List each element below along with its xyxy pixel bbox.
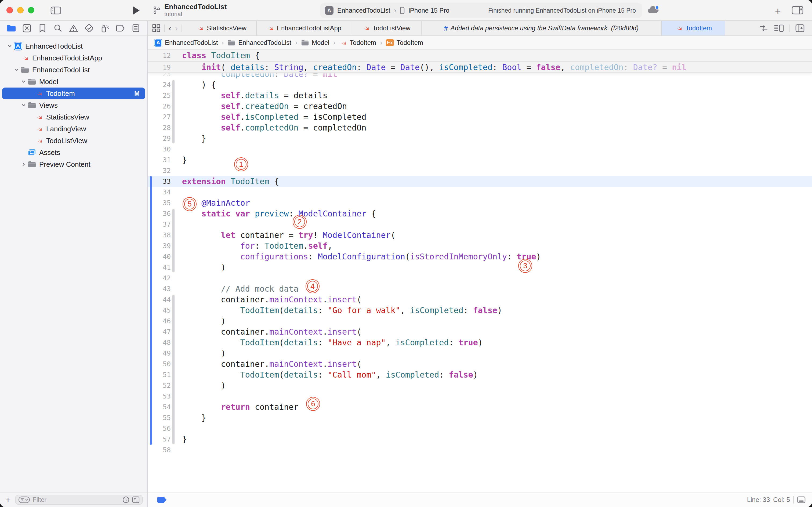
- add-editor-icon[interactable]: [795, 24, 805, 32]
- adjust-editor-options-icon[interactable]: [774, 24, 784, 32]
- line-number[interactable]: 28: [148, 122, 171, 133]
- run-button[interactable]: [133, 6, 139, 14]
- sidebar-item-landingview[interactable]: LandingView: [0, 123, 147, 135]
- code-line-38[interactable]: 38 let container = try! ModelContainer(: [148, 230, 812, 241]
- code-line-51[interactable]: 51 TodoItem(details: "Call mom", isCompl…: [148, 370, 812, 380]
- code-line-33[interactable]: 33extension TodoItem {: [148, 176, 812, 187]
- go-forward-icon[interactable]: ›: [175, 24, 178, 32]
- source-control-navigator-icon[interactable]: [20, 23, 33, 34]
- line-number[interactable]: 58: [148, 445, 171, 455]
- disclosure-chevron-icon[interactable]: [20, 103, 27, 108]
- code-line-48[interactable]: 48 TodoItem(details: "Have a nap", isCom…: [148, 337, 812, 348]
- line-number[interactable]: 24: [148, 79, 171, 90]
- sidebar-item-enhancedtodolistapp[interactable]: EnhancedTodoListApp: [0, 52, 147, 64]
- code-review-icon[interactable]: [759, 24, 768, 32]
- recent-files-clock-icon[interactable]: [122, 496, 129, 503]
- toggle-sidebar-icon[interactable]: [51, 6, 61, 14]
- code-line-35[interactable]: 35 @MainActor: [148, 198, 812, 208]
- code-line-45[interactable]: 45 TodoItem(details: "Go for a walk", is…: [148, 305, 812, 316]
- disclosure-chevron-icon[interactable]: [6, 44, 13, 49]
- tab-enhancedtodolistapp[interactable]: EnhancedTodoListApp: [257, 21, 351, 36]
- line-number[interactable]: 12: [148, 50, 171, 61]
- line-number[interactable]: 27: [148, 112, 171, 122]
- code-line-29[interactable]: 29 }: [148, 133, 812, 144]
- code-line-57[interactable]: 57}: [148, 434, 812, 445]
- bookmarks-navigator-icon[interactable]: [36, 23, 49, 34]
- code-line-25[interactable]: 25 self.details = details: [148, 90, 812, 101]
- sidebar-item-model[interactable]: Model: [0, 76, 147, 88]
- code-line-43[interactable]: 43 // Add mock data: [148, 284, 812, 294]
- zoom-window-button[interactable]: [28, 7, 35, 13]
- run-destination[interactable]: iPhone 15 Pro: [408, 7, 449, 14]
- code-line-39[interactable]: 39 for: TodoItem.self,: [148, 241, 812, 251]
- code-line-52[interactable]: 52 ): [148, 380, 812, 391]
- disclosure-chevron-icon[interactable]: [13, 67, 20, 72]
- sidebar-item-enhancedtodolist[interactable]: EnhancedTodoList: [0, 40, 147, 52]
- breadcrumb-item[interactable]: ExTodoItem: [386, 39, 423, 47]
- code-line-28[interactable]: 28 self.completedOn = completedOn: [148, 122, 812, 133]
- close-window-button[interactable]: [6, 7, 13, 13]
- add-file-plus-icon[interactable]: +: [5, 495, 11, 504]
- scheme-selector[interactable]: A EnhancedTodoList › iPhone 15 Pro Finis…: [320, 3, 642, 18]
- breadcrumb-item[interactable]: EnhancedTodoList: [227, 39, 291, 47]
- breakpoints-navigator-icon[interactable]: [114, 23, 127, 34]
- code-line-36[interactable]: 36 static var preview: ModelContainer {: [148, 208, 812, 219]
- editor-layout-icon[interactable]: [792, 6, 803, 14]
- line-number[interactable]: 26: [148, 101, 171, 112]
- code-line-56[interactable]: 56: [148, 423, 812, 434]
- code-line-42[interactable]: 42: [148, 273, 812, 284]
- issues-navigator-icon[interactable]: [67, 23, 80, 34]
- tab-commit[interactable]: #Added data persistence using the SwiftD…: [421, 21, 661, 36]
- line-number[interactable]: 19: [148, 62, 171, 73]
- tab-statisticsview[interactable]: StatisticsView: [186, 21, 257, 36]
- sidebar-item-enhancedtodolist[interactable]: EnhancedTodoList: [0, 64, 147, 76]
- line-number[interactable]: 25: [148, 90, 171, 101]
- breakpoint-indicator[interactable]: [157, 497, 167, 503]
- code-line-47[interactable]: 47 container.mainContext.insert(: [148, 327, 812, 337]
- code-line-58[interactable]: 58: [148, 445, 812, 455]
- code-line-54[interactable]: 54 return container: [148, 402, 812, 412]
- sidebar-item-todoitem[interactable]: TodoItemM: [0, 88, 147, 99]
- line-number[interactable]: 29: [148, 133, 171, 144]
- tests-navigator-icon[interactable]: [83, 23, 96, 34]
- disclosure-chevron-icon[interactable]: [20, 162, 27, 167]
- go-back-icon[interactable]: ‹: [169, 24, 171, 32]
- code-line-46[interactable]: 46 ): [148, 316, 812, 327]
- reports-navigator-icon[interactable]: [129, 23, 142, 34]
- code-line-37[interactable]: 37: [148, 219, 812, 230]
- minimize-window-button[interactable]: [17, 7, 23, 13]
- code-line-24[interactable]: 24 ) {: [148, 79, 812, 90]
- sidebar-item-views[interactable]: Views: [0, 99, 147, 111]
- breadcrumb-item[interactable]: TodoItem: [339, 39, 376, 47]
- code-editor[interactable]: 24 ) {25 self.details = details26 self.c…: [148, 50, 812, 492]
- code-line-44[interactable]: 44 container.mainContext.insert(: [148, 294, 812, 305]
- find-navigator-icon[interactable]: [52, 23, 64, 34]
- cloud-sync-icon[interactable]: [647, 5, 660, 14]
- code-line-30[interactable]: 30: [148, 144, 812, 155]
- breadcrumb-item[interactable]: Model: [301, 39, 329, 47]
- sidebar-item-todolistview[interactable]: TodoListView: [0, 135, 147, 147]
- line-number[interactable]: 31: [148, 155, 171, 165]
- code-line-50[interactable]: 50 container.mainContext.insert(: [148, 359, 812, 370]
- code-line-41[interactable]: 41 ): [148, 262, 812, 273]
- code-line-40[interactable]: 40 configurations: ModelConfiguration(is…: [148, 251, 812, 262]
- breadcrumb-item[interactable]: AEnhancedTodoList: [154, 39, 218, 47]
- code-line-53[interactable]: 53: [148, 391, 812, 402]
- related-items-icon[interactable]: [152, 24, 161, 33]
- code-line-34[interactable]: 34: [148, 187, 812, 198]
- disclosure-chevron-icon[interactable]: [20, 79, 27, 84]
- tab-todoitem[interactable]: TodoItem: [661, 21, 725, 36]
- navigator-filter-field[interactable]: Filter: [15, 495, 143, 505]
- code-line-27[interactable]: 27 self.isCompleted = isCompleted: [148, 112, 812, 122]
- line-number[interactable]: 32: [148, 165, 171, 176]
- sidebar-item-preview-content[interactable]: Preview Content: [0, 158, 147, 170]
- code-line-49[interactable]: 49 ): [148, 348, 812, 359]
- project-navigator-icon[interactable]: [5, 23, 18, 34]
- code-line-12[interactable]: 12class TodoItem {: [148, 50, 812, 61]
- filter-changes-icon[interactable]: [132, 496, 139, 503]
- sidebar-item-statisticsview[interactable]: StatisticsView: [0, 111, 147, 123]
- code-line-55[interactable]: 55 }: [148, 412, 812, 423]
- add-tab-plus-icon[interactable]: +: [775, 5, 781, 17]
- code-line-26[interactable]: 26 self.createdOn = createdOn: [148, 101, 812, 112]
- sidebar-item-assets[interactable]: Assets: [0, 147, 147, 158]
